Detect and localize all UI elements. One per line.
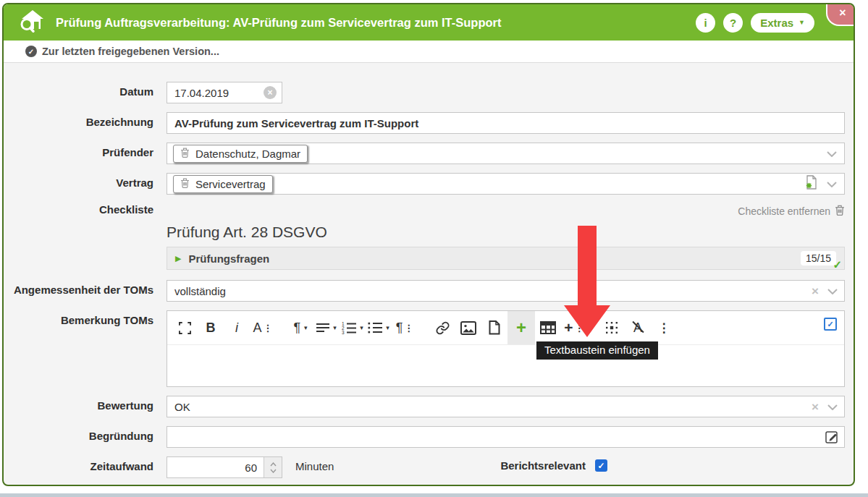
kebab-menu-icon: ⋮ <box>658 320 670 336</box>
ordered-list-button[interactable]: 123 ▾ <box>340 311 366 344</box>
spinner-down-icon <box>270 469 277 473</box>
bold-button[interactable]: B <box>198 311 224 344</box>
number-spinner[interactable] <box>264 457 282 477</box>
richtext-editor: B i A ⋮ ¶ ▾ <box>167 310 845 387</box>
italic-button[interactable]: i <box>224 311 250 344</box>
vertrag-label: Vertrag <box>12 173 153 189</box>
chevron-down-icon[interactable] <box>827 177 837 190</box>
vertrag-select[interactable]: Servicevertrag <box>167 173 845 195</box>
font-options-button[interactable]: A ⋮ <box>250 311 276 344</box>
bewertung-label: Bewertung <box>12 396 153 412</box>
paragraph-icon: ¶ <box>293 320 300 336</box>
form-content: Datum × Bezeichnung Prüfender <box>4 63 854 478</box>
pruefungsfragen-label: Prüfungsfragen <box>188 252 269 265</box>
trash-icon[interactable] <box>180 148 190 160</box>
row-angemessenheit: Angemessenheit der TOMs × <box>12 280 845 302</box>
collapsed-triangle-icon: ▶ <box>175 254 181 263</box>
begruendung-label: Begründung <box>12 426 153 442</box>
table-button[interactable] <box>535 311 561 344</box>
angemessenheit-input[interactable] <box>167 280 845 302</box>
checkliste-remove-link[interactable]: Checkliste entfernen <box>738 205 845 218</box>
editor-checkbox[interactable]: ✓ <box>824 318 837 331</box>
clear-icon[interactable]: × <box>812 285 819 297</box>
extras-button[interactable]: Extras ▼ <box>751 13 814 33</box>
header-actions: i ? Extras ▼ <box>696 13 814 33</box>
app-window: Prüfung Auftragsverarbeitung: AV-Prüfung… <box>2 3 855 486</box>
chevron-down-icon: ▼ <box>799 20 805 26</box>
row-zeitaufwand: Zeitaufwand Minuten Berichtsrelevant ✓ <box>12 456 845 478</box>
new-document-icon[interactable] <box>805 175 818 192</box>
paragraph-options-button[interactable]: ¶ ⋮ <box>392 311 418 344</box>
caret-down-icon: ▾ <box>360 324 363 331</box>
datum-field: × <box>167 82 845 103</box>
editor-content-area[interactable] <box>167 345 844 386</box>
pruefender-tag-label: Datenschutz, Dagmar <box>195 148 300 160</box>
zeitaufwand-field: Minuten Berichtsrelevant ✓ <box>167 456 845 478</box>
pruefender-tag[interactable]: Datenschutz, Dagmar <box>173 145 308 163</box>
bullet-list-button[interactable]: ▾ <box>366 311 392 344</box>
bottom-edge-strip <box>0 493 868 497</box>
caret-down-icon: ▾ <box>386 324 389 331</box>
check-circle-icon: ✓ <box>25 46 37 57</box>
image-button[interactable] <box>455 311 481 344</box>
angemessenheit-combo-icons: × <box>812 280 838 302</box>
link-button[interactable] <box>429 311 455 344</box>
clear-format-icon: A <box>633 320 642 336</box>
pruefender-select[interactable]: Datenschutz, Dagmar <box>167 143 845 164</box>
info-button[interactable]: i <box>696 13 715 33</box>
file-button[interactable] <box>481 311 507 344</box>
bewertung-field: × <box>167 396 845 417</box>
editor-toolbar: B i A ⋮ ¶ ▾ <box>167 311 844 345</box>
align-button[interactable]: ▾ <box>313 311 340 344</box>
app-header: Prüfung Auftragsverarbeitung: AV-Prüfung… <box>4 4 854 41</box>
begruendung-field <box>167 426 845 448</box>
more-dots-icon: ⋮ <box>404 323 413 334</box>
vertrag-tag[interactable]: Servicevertrag <box>173 175 273 193</box>
datum-label: Datum <box>12 82 153 98</box>
checkliste-remove-row: Checkliste entfernen <box>167 205 845 218</box>
row-datum: Datum × <box>12 82 845 103</box>
paragraph-icon: ¶ <box>396 320 403 336</box>
row-bezeichnung: Bezeichnung <box>12 112 845 134</box>
bewertung-combo-icons: × <box>812 396 838 417</box>
caret-down-icon: ▾ <box>333 324 337 331</box>
audit-house-icon <box>20 9 46 36</box>
pruefungsfragen-section[interactable]: ▶ Prüfungsfragen 15/15 ✓ <box>167 247 845 270</box>
chevron-down-icon[interactable] <box>827 284 838 297</box>
trash-icon[interactable] <box>180 178 190 190</box>
bezeichnung-label: Bezeichnung <box>12 112 153 128</box>
clear-format-button[interactable]: A <box>625 311 651 344</box>
bezeichnung-field <box>167 112 845 134</box>
pruefender-label: Prüfender <box>12 143 153 158</box>
paragraph-format-button[interactable]: ¶ ▾ <box>287 311 313 344</box>
row-bewertung: Bewertung × <box>12 396 845 417</box>
more-options-button[interactable]: ⋮ <box>651 311 677 344</box>
help-button[interactable]: ? <box>723 13 743 33</box>
screenshot-stage: Prüfung Auftragsverarbeitung: AV-Prüfung… <box>0 0 868 497</box>
clear-icon[interactable]: × <box>812 401 819 413</box>
bemerkung-label: Bemerkung TOMs <box>12 310 153 326</box>
chevron-down-icon[interactable] <box>827 400 838 413</box>
edit-pencil-button[interactable] <box>825 430 839 446</box>
zeitaufwand-unit: Minuten <box>295 456 334 472</box>
datum-clear-button[interactable]: × <box>264 86 277 99</box>
vertrag-combo-icons <box>805 174 837 194</box>
bewertung-input[interactable] <box>167 396 845 417</box>
version-bar: ✓ Zur letzten freigegebenen Version... <box>4 41 854 63</box>
more-dots-icon: ⋮ <box>264 323 273 334</box>
fullscreen-button[interactable] <box>172 311 198 344</box>
row-checkliste: Checkliste Checkliste entfernen <box>12 203 845 270</box>
checkliste-remove-label: Checkliste entfernen <box>738 205 830 217</box>
bezeichnung-input[interactable] <box>167 112 845 134</box>
begruendung-input[interactable] <box>167 426 845 448</box>
berichtsrelevant-checkbox[interactable]: ✓ <box>595 459 607 472</box>
tooltip: Textbaustein einfügen <box>536 341 658 360</box>
trash-icon[interactable] <box>835 205 845 218</box>
chevron-down-icon[interactable] <box>827 147 837 160</box>
insert-textblock-button[interactable]: + <box>507 311 535 344</box>
row-vertrag: Vertrag Servicevertrag <box>12 173 845 195</box>
progress-badge: 15/15 ✓ <box>801 251 836 266</box>
version-link[interactable]: Zur letzten freigegebenen Version... <box>42 46 219 57</box>
page-title: Prüfung Auftragsverarbeitung: AV-Prüfung… <box>56 16 501 30</box>
close-button[interactable]: × <box>826 4 854 26</box>
